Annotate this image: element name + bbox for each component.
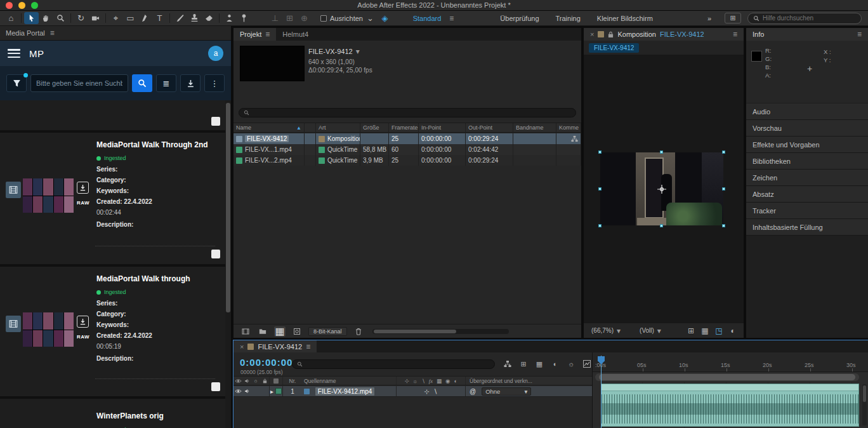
help-search-box[interactable] <box>747 13 862 24</box>
caret-down-icon[interactable]: ▾ <box>356 47 360 56</box>
timeline-layer-row[interactable]: ▸ 1 FILE-VX-9412.mp4 ⊹ ∖ @ Ohne ▾ <box>233 386 592 397</box>
eraser-tool[interactable] <box>202 12 216 24</box>
layer-track-area[interactable] <box>593 382 868 428</box>
pickwhip-icon[interactable]: @ <box>470 388 476 395</box>
timeline-tab[interactable]: × FILE-VX-9412 ≡ <box>233 340 317 353</box>
scrollbar-thumb[interactable] <box>226 103 230 312</box>
selection-handle[interactable] <box>598 150 602 154</box>
trash-icon[interactable] <box>353 326 364 337</box>
media-item-card[interactable]: MediaPortal Walk through Ingested Series… <box>0 267 225 396</box>
puppet-pin-tool[interactable] <box>237 12 251 24</box>
workspace-menu-icon[interactable]: ≡ <box>449 14 454 23</box>
download-button[interactable] <box>77 316 89 328</box>
workspace-panel-button[interactable]: ⊞ <box>725 13 741 23</box>
search-button[interactable] <box>132 74 152 92</box>
list-view-button[interactable]: ≣ <box>156 74 176 92</box>
panel-bibliotheken[interactable]: Bibliotheken <box>746 153 868 170</box>
frame-blending-icon[interactable]: ▦ <box>534 359 544 369</box>
video-visibility-icon[interactable] <box>233 377 242 385</box>
motion-blur-icon[interactable]: ◐ <box>550 359 560 369</box>
type-tool[interactable]: T <box>152 12 167 24</box>
workspace-tab-standard[interactable]: Standard <box>413 15 442 22</box>
media-item-card[interactable]: MediaPortal Walk Through 2nd Ingested Se… <box>0 133 225 264</box>
panel-effekte-und-vorgaben[interactable]: Effekte und Vorgaben <box>746 137 868 153</box>
quality-icon[interactable]: ∖ <box>421 378 424 384</box>
thumbnail-view-icon[interactable]: ▦ <box>274 326 286 337</box>
project-horizontal-scrollbar[interactable] <box>372 329 509 334</box>
panel-absatz[interactable]: Absatz <box>746 186 868 203</box>
motion-blur-icon[interactable]: ◉ <box>445 378 450 384</box>
axis-mode-world-icon[interactable]: ⊞ <box>282 12 297 24</box>
exposure-icon[interactable]: ◐ <box>727 326 739 336</box>
select-checkbox[interactable] <box>211 382 220 391</box>
region-of-interest-icon[interactable]: ◳ <box>713 326 725 336</box>
frame-blend-icon[interactable]: ▦ <box>437 378 442 384</box>
bit-depth-button[interactable]: 8-Bit-Kanal <box>308 327 347 336</box>
source-name-column-header[interactable]: Quellenname <box>302 377 396 385</box>
tab-info[interactable]: Info ≡ <box>746 28 868 41</box>
selection-handle[interactable] <box>660 150 663 154</box>
zoom-tool[interactable] <box>53 12 68 24</box>
axis-mode-view-icon[interactable]: ⊕ <box>297 12 312 24</box>
camera-tool[interactable] <box>88 12 103 24</box>
project-search-box[interactable] <box>239 108 576 117</box>
panel-vorschau[interactable]: Vorschau <box>746 120 868 137</box>
project-row[interactable]: FILE-VX...1.mp4 QuickTime 58,8 MB 60 0:0… <box>233 144 581 155</box>
project-table-header[interactable]: Name▲ Art Größe Framerate In-Point Out-P… <box>233 123 581 133</box>
project-row[interactable]: FILE-VX-9412 Komposition 25 0:00:00:00 0… <box>233 133 581 144</box>
selection-handle[interactable] <box>722 187 725 191</box>
workspace-overflow-icon[interactable]: » <box>707 15 711 22</box>
download-all-button[interactable] <box>180 74 201 92</box>
close-tab-icon[interactable]: × <box>590 30 594 38</box>
selection-handle[interactable] <box>660 224 663 227</box>
hand-tool[interactable] <box>39 12 53 24</box>
thumbnail-collage[interactable] <box>23 178 74 213</box>
breadcrumb[interactable]: FILE-VX-9412 <box>589 43 639 53</box>
selection-handle[interactable] <box>722 224 725 227</box>
parent-link-column-header[interactable]: Übergeordnet und verkn... <box>466 377 592 385</box>
resolution-dropdown[interactable]: (Voll) ▾ <box>637 325 664 337</box>
current-time-indicator-line[interactable] <box>601 356 602 428</box>
tab-projekt[interactable]: Projekt ≡ <box>233 28 276 41</box>
close-tab-icon[interactable]: × <box>240 343 244 351</box>
selection-handle[interactable] <box>598 187 602 191</box>
time-navigator[interactable] <box>595 373 859 381</box>
solo-icon[interactable]: ○ <box>251 377 260 385</box>
more-options-button[interactable]: ⋮ <box>204 74 225 92</box>
media-portal-tab[interactable]: Media Portal ≡ <box>0 26 231 41</box>
audio-toggle[interactable] <box>242 386 251 396</box>
snap-options-expand-icon[interactable]: ⌄ <box>363 12 378 24</box>
layer-color-chip[interactable] <box>275 388 282 394</box>
flowchart-icon[interactable] <box>571 135 578 142</box>
roto-brush-tool[interactable] <box>222 12 237 24</box>
expander-icon[interactable]: ▸ <box>270 388 273 395</box>
hamburger-menu-icon[interactable] <box>8 49 20 58</box>
panel-menu-icon[interactable]: ≡ <box>733 30 737 39</box>
home-icon[interactable]: ⌂ <box>4 12 18 24</box>
panel-menu-icon[interactable]: ≡ <box>306 342 310 351</box>
rotate-tool[interactable]: ↻ <box>74 12 88 24</box>
timeline-vertical-scrollbar[interactable] <box>862 384 867 425</box>
axis-mode-local-icon[interactable]: ⊥ <box>268 12 282 24</box>
panel-menu-icon[interactable]: ≡ <box>265 30 270 39</box>
graph-editor-icon[interactable] <box>582 359 592 369</box>
layer-duration-bar[interactable] <box>601 384 859 427</box>
composition-viewport[interactable] <box>584 55 744 323</box>
filter-button[interactable] <box>6 74 27 92</box>
panel-menu-icon[interactable]: ≡ <box>50 29 55 37</box>
interpret-footage-icon[interactable] <box>240 326 251 337</box>
composition-flowchart-icon[interactable] <box>503 359 513 369</box>
selection-handle[interactable] <box>722 150 725 154</box>
collapse-icon[interactable]: ☼ <box>413 378 418 384</box>
brainstorm-icon[interactable]: ☼ <box>566 359 576 369</box>
media-item-card-partial[interactable] <box>0 100 225 130</box>
quality-toggle[interactable]: ∖ <box>433 388 437 395</box>
composition-frame[interactable] <box>600 152 723 225</box>
panel-inhaltsbasierte-fuellung[interactable]: Inhaltsbasierte Füllung <box>746 219 868 236</box>
timeline-search-box[interactable] <box>292 359 495 369</box>
help-search-input[interactable] <box>763 15 856 22</box>
media-list-scrollbar[interactable] <box>225 100 231 428</box>
new-composition-icon[interactable] <box>291 326 303 337</box>
anchor-point-icon[interactable] <box>657 184 667 194</box>
panel-zeichen[interactable]: Zeichen <box>746 170 868 186</box>
